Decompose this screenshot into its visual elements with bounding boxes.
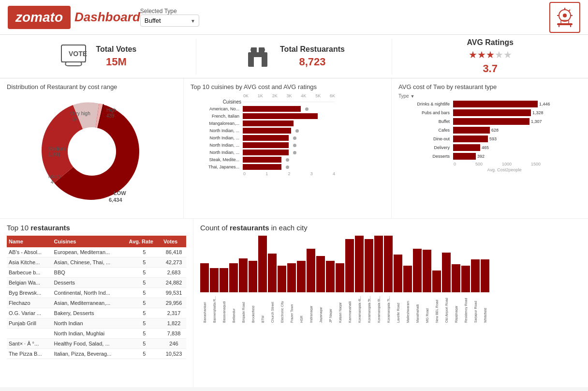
kpi-avg-ratings: AVG Ratings ★★★★★ 3.7 (392, 34, 588, 79)
cost-bar (453, 153, 476, 160)
cuisine-bar (243, 113, 318, 119)
cuisine-label: Steak, Medite... (191, 157, 241, 162)
svg-text:4: 4 (51, 180, 54, 185)
city-label: MG Road (426, 294, 429, 323)
city-label: Kalyan Nagar (338, 294, 342, 323)
city-label: Malleshwaram (406, 294, 410, 323)
svg-line-3 (569, 10, 570, 11)
cuisine-bar-row: French, Italian (191, 113, 384, 119)
city-bar-col: Jayanagar (316, 256, 325, 323)
table-cell: 5 (127, 329, 162, 339)
table-row: Belgian Wa...Desserts524,882 (7, 278, 186, 288)
city-bar-col: Old Airport Road (442, 253, 451, 323)
col-cuisines: Cuisines (52, 236, 127, 247)
table-cell: Asian, Mediterranean,... (52, 298, 127, 308)
cuisine-bar-row: Thai, Japanes... (191, 164, 384, 170)
cuisines-bottom-axis: 01234 (243, 171, 335, 176)
table-cell: The Pizza B... (7, 349, 52, 359)
cuisine-bar-row: North Indian, ... (191, 135, 384, 141)
logo-text: zomato (15, 10, 63, 25)
table-row: Byg Brewsk...Continental, North Ind...59… (7, 288, 186, 298)
city-bar (452, 264, 460, 292)
cost-bar (453, 101, 538, 107)
cuisine-dot (286, 165, 289, 169)
city-bar (423, 250, 431, 292)
table-cell: Byg Brewsk... (7, 288, 52, 298)
cost-axis-labels: 050010001500 (454, 162, 541, 166)
city-bar-col: JP Nagar (326, 261, 335, 323)
city-bar-col: Koramangala 7t... (384, 236, 393, 323)
cost-label: Drinks & nightlife (398, 102, 452, 106)
table-cell: 24,882 (162, 278, 186, 288)
table-cell: O.G. Variar ... (7, 308, 52, 318)
cost-label: Pubs and bars (398, 110, 452, 115)
city-bar-col: Koramangala 6t... (374, 236, 383, 323)
cost-bar-row: Delivery465 (398, 144, 581, 151)
bottom-row: Top 10 restaurants Name Cuisines Avg. Ra… (0, 219, 588, 387)
city-bar-col: Malleshwaram (403, 266, 412, 323)
type-select-wrapper[interactable]: Buffet Dine-out Delivery Cafes Desserts … (140, 15, 199, 27)
cost-value: 392 (477, 154, 485, 159)
city-bar-col: Brigade Road (239, 258, 248, 323)
pie-chart-svg: Medium 1,991 Very high 54 High 439 luxur… (24, 93, 160, 205)
table-cell: 42,273 (162, 257, 186, 268)
cuisine-label: North Indian, ... (191, 150, 241, 155)
kpi-total-restaurants-content: Total Restuarants 8,723 (280, 45, 345, 68)
table-cell: 2,683 (162, 268, 186, 278)
cuisine-label: North Indian, ... (191, 135, 241, 140)
city-label: Bellandur (232, 294, 235, 323)
table-cell: 5 (127, 268, 162, 278)
table-cell: 10,523 (162, 349, 186, 359)
city-label: Frazer Town (290, 294, 294, 323)
city-bar-col: Kalyan Nagar (336, 263, 344, 323)
kpi-total-votes: VOTE Total Votes 15M (0, 39, 196, 75)
cost-value: 465 (482, 145, 489, 150)
cost-value: 1,446 (539, 102, 550, 106)
table-cell: 99,531 (162, 288, 186, 298)
cuisines-axis-labels: 0K1K2K3K4K5K6K (243, 93, 335, 98)
cuisine-bar-row: Mangalorean,... (191, 120, 384, 126)
stars-display: ★★★★★ (467, 49, 514, 60)
type-select[interactable]: Buffet Dine-out Delivery Cafes Desserts … (140, 15, 199, 27)
cost-label: Buffet (398, 119, 452, 124)
city-bar (268, 254, 277, 292)
total-votes-label: Total Votes (96, 45, 136, 54)
table-cell: Asia Kitche... (7, 257, 52, 268)
cuisine-dot (293, 151, 296, 154)
city-bar-col: Rajajinagar (452, 264, 460, 323)
cuisine-bar (243, 128, 291, 134)
svg-point-19 (68, 127, 116, 176)
city-bar (220, 268, 228, 292)
cost-label: Desserts (398, 154, 452, 159)
type-selector: Selected Type Buffet Dine-out Delivery C… (140, 8, 199, 27)
city-bar (316, 256, 325, 292)
table-cell (7, 329, 52, 339)
city-label: Old Airport Road (445, 294, 448, 323)
cuisine-dot (286, 158, 289, 162)
city-label: Koramangala 7t... (387, 294, 390, 323)
city-label: Electronic City (280, 294, 284, 323)
table-header-row: Name Cuisines Avg. Rate Votes (7, 236, 186, 247)
cuisine-bar-row: American, No... (191, 106, 384, 112)
table-cell: Belgian Wa... (7, 278, 52, 288)
table-cell: 5 (127, 278, 162, 288)
city-bar-col: Bellandur (229, 263, 238, 323)
city-label: Brigade Road (242, 294, 245, 323)
city-bar-col: HSR (297, 261, 306, 323)
city-label: BTM (261, 294, 265, 323)
table-cell: Bakery, Desserts (52, 308, 127, 318)
city-label: Church Street (271, 294, 274, 323)
cuisine-dot (293, 144, 296, 147)
cuisine-bar (243, 164, 281, 170)
table-cell: North Indian, Mughlai (52, 329, 127, 339)
city-panel: Count of restaurants in each city Banash… (193, 219, 588, 387)
cost-label: Cafes (398, 128, 452, 133)
cuisine-bar-row: Steak, Medite... (191, 157, 384, 163)
cuisine-label: Mangalorean,... (191, 121, 241, 126)
city-bar (365, 239, 373, 292)
avg-ratings-value: 3.7 (467, 62, 514, 75)
restaurants-table: Name Cuisines Avg. Rate Votes AB's - Abs… (7, 236, 186, 359)
table-cell: 5 (127, 257, 162, 268)
cuisine-dot (305, 107, 309, 111)
city-bar (278, 266, 286, 292)
